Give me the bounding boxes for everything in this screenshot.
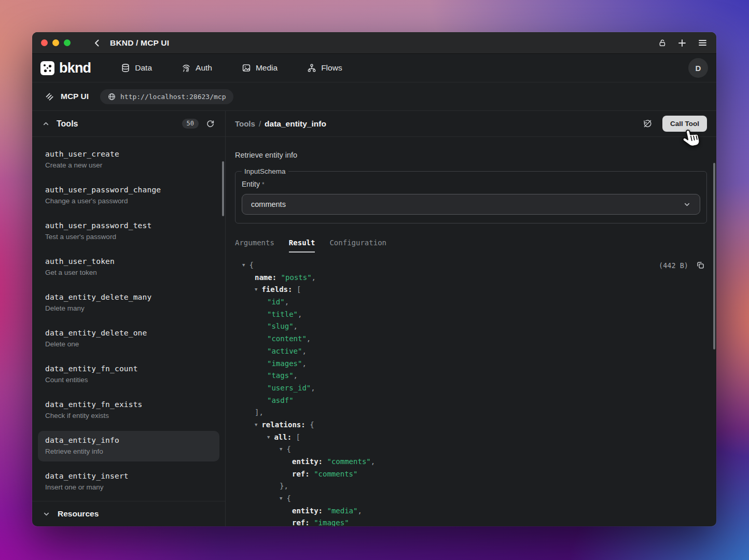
sidebar-tool-item-auth_user_token[interactable]: auth_user_tokenGet a user token <box>38 252 219 283</box>
tools-section-header[interactable]: Tools 50 <box>32 111 225 137</box>
json-string-value: "content" <box>267 334 307 343</box>
close-window-button[interactable] <box>41 39 48 46</box>
tool-item-description: Get a user token <box>45 269 212 276</box>
chevron-up-icon[interactable] <box>43 120 49 127</box>
sidebar-tool-item-auth_user_create[interactable]: auth_user_createCreate a new user <box>38 145 219 175</box>
nav-item-data[interactable]: Data <box>121 63 152 73</box>
json-result-viewer: (442 B) ▼{name: "posts",▼fields: ["id","… <box>235 259 707 526</box>
mouse-cursor-hand <box>681 127 702 151</box>
brand-name: bknd <box>59 60 91 76</box>
json-punctuation: { <box>286 494 290 502</box>
breadcrumb-section[interactable]: Tools <box>235 119 255 128</box>
chevron-down-icon[interactable] <box>43 511 50 517</box>
json-line: ▼relations: { <box>235 419 707 431</box>
back-icon[interactable] <box>92 38 102 48</box>
history-off-icon[interactable] <box>643 119 653 129</box>
sidebar-scrollbar[interactable] <box>222 161 224 216</box>
entity-select[interactable]: comments <box>242 194 700 215</box>
tool-item-description: Create a new user <box>45 161 212 169</box>
json-line: "images", <box>235 358 707 370</box>
resources-section-header[interactable]: Resources <box>32 501 225 526</box>
expand-triangle-icon[interactable]: ▼ <box>267 431 270 444</box>
json-punctuation: , <box>307 334 311 343</box>
nav-item-media[interactable]: Media <box>242 63 278 73</box>
refresh-icon[interactable] <box>206 119 215 128</box>
nav-item-flows[interactable]: Flows <box>307 63 342 73</box>
resources-section-label: Resources <box>58 509 99 519</box>
copy-icon[interactable] <box>696 261 705 270</box>
json-line: ▼{ <box>235 443 707 456</box>
tab-arguments[interactable]: Arguments <box>235 239 274 253</box>
tool-item-name: data_entity_delete_one <box>45 329 212 337</box>
nav-item-auth[interactable]: Auth <box>182 63 212 73</box>
expand-triangle-icon[interactable]: ▼ <box>255 284 257 296</box>
tool-item-name: data_entity_fn_count <box>45 365 212 373</box>
expand-triangle-icon[interactable]: ▼ <box>242 259 245 272</box>
nav-item-label: Flows <box>321 63 342 73</box>
json-string-value: "posts" <box>281 273 312 282</box>
tab-result[interactable]: Result <box>289 239 315 253</box>
json-line: ▼fields: [ <box>235 284 707 296</box>
sidebar-tool-item-data_entity_info[interactable]: data_entity_infoRetrieve entity info <box>38 431 219 461</box>
mcp-url: http://localhost:28623/mcp <box>120 93 226 101</box>
json-key: ref: <box>292 519 310 526</box>
json-punctuation: ], <box>255 408 263 416</box>
tool-item-name: auth_user_create <box>45 150 212 158</box>
json-key: all: <box>274 433 292 441</box>
chevron-down-icon <box>683 201 691 208</box>
tool-detail-header: Tools / data_entity_info Call Tool <box>226 111 716 137</box>
desktop-background: BKND / MCP UI bknd DataAut <box>0 0 749 560</box>
tools-list: auth_user_createCreate a new userauth_us… <box>32 137 225 501</box>
json-key: relations: <box>261 421 305 429</box>
json-line: "id", <box>235 296 707 309</box>
expand-triangle-icon[interactable]: ▼ <box>280 443 282 456</box>
json-string-value: "tags" <box>267 371 294 380</box>
minimize-window-button[interactable] <box>52 39 59 46</box>
tool-item-name: data_entity_fn_exists <box>45 400 212 409</box>
menu-icon[interactable] <box>698 38 708 48</box>
user-avatar[interactable]: D <box>688 58 708 78</box>
fingerprint-icon <box>182 63 191 73</box>
window-title: BKND / MCP UI <box>110 38 169 48</box>
json-string-value: "users_id" <box>267 384 311 392</box>
tools-sidebar: Tools 50 auth_user_createCreate a new us… <box>32 111 226 526</box>
new-tab-plus-icon[interactable] <box>677 38 687 48</box>
tool-detail-body: Retrieve entity info InputSchema Entity*… <box>226 137 716 526</box>
json-line: "tags", <box>235 370 707 382</box>
layers-icon <box>45 92 54 101</box>
workflow-icon <box>307 63 316 73</box>
window-titlebar: BKND / MCP UI <box>32 32 716 53</box>
tool-item-name: auth_user_token <box>45 257 212 265</box>
sidebar-tool-item-data_entity_delete_many[interactable]: data_entity_delete_manyDelete many <box>38 288 219 318</box>
unlock-icon[interactable] <box>658 38 667 47</box>
image-icon <box>242 63 251 73</box>
json-punctuation: , <box>302 347 306 355</box>
sidebar-tool-item-data_entity_delete_one[interactable]: data_entity_delete_oneDelete one <box>38 324 219 354</box>
sidebar-tool-item-data_entity_fn_count[interactable]: data_entity_fn_countCount entities <box>38 359 219 390</box>
sidebar-tool-item-auth_user_password_change[interactable]: auth_user_password_changeChange a user's… <box>38 180 219 211</box>
json-punctuation: { <box>249 261 253 269</box>
json-punctuation: , <box>312 273 316 282</box>
mcp-url-pill[interactable]: http://localhost:28623/mcp <box>100 89 234 104</box>
tab-configuration[interactable]: Configuration <box>329 239 386 253</box>
sidebar-tool-item-data_entity_insert[interactable]: data_entity_insertInsert one or many <box>38 467 219 497</box>
tool-item-name: data_entity_delete_many <box>45 293 212 301</box>
json-string-value: "images" <box>267 359 302 368</box>
json-line: name: "posts", <box>235 272 707 284</box>
tool-item-description: Change a user's password <box>45 197 212 205</box>
tool-item-description: Insert one or many <box>45 483 212 491</box>
tool-item-description: Test a user's password <box>45 233 212 241</box>
sidebar-tool-item-data_entity_fn_exists[interactable]: data_entity_fn_existsCheck if entity exi… <box>38 395 219 426</box>
tools-count-badge: 50 <box>182 119 199 129</box>
page-title: MCP UI <box>61 92 89 101</box>
json-line: ▼{ <box>235 493 707 505</box>
zoom-window-button[interactable] <box>64 39 71 46</box>
json-line: entity: "comments", <box>235 456 707 468</box>
main-scrollbar[interactable] <box>713 163 715 349</box>
expand-triangle-icon[interactable]: ▼ <box>255 419 257 431</box>
brand-logo[interactable]: bknd <box>40 60 91 76</box>
expand-triangle-icon[interactable]: ▼ <box>280 493 282 505</box>
sidebar-tool-item-auth_user_password_test[interactable]: auth_user_password_testTest a user's pas… <box>38 216 219 247</box>
tool-item-description: Retrieve entity info <box>45 447 212 455</box>
json-punctuation: }, <box>280 482 288 490</box>
